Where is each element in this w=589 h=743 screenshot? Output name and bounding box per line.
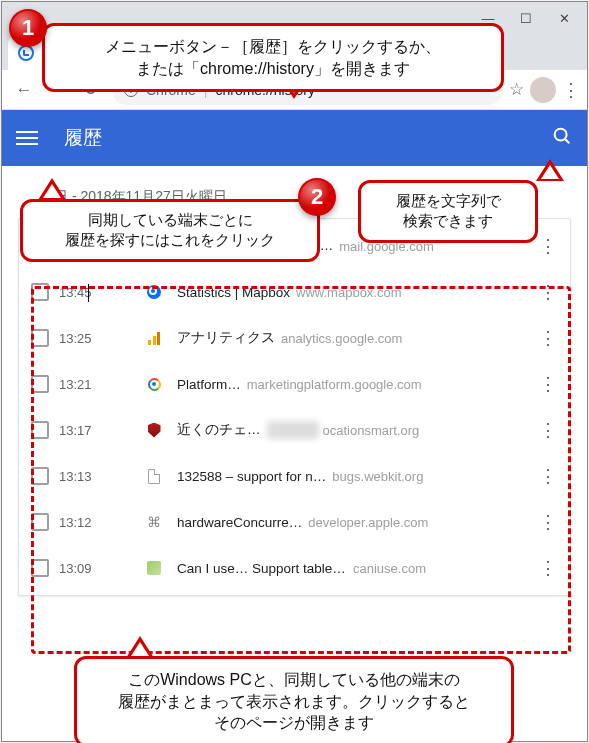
row-time: 13:45 bbox=[59, 285, 111, 300]
history-row[interactable]: 13:21Platform…marketingplatform.google.c… bbox=[19, 361, 570, 407]
row-checkbox[interactable] bbox=[31, 283, 49, 301]
row-favicon-icon bbox=[145, 513, 163, 531]
row-menu-button[interactable]: ⋮ bbox=[534, 327, 562, 349]
row-time: 13:09 bbox=[59, 561, 111, 576]
history-row[interactable]: 13:09Can I use… Support tables …caniuse.… bbox=[19, 545, 570, 591]
row-time: 13:21 bbox=[59, 377, 111, 392]
row-time: 13:17 bbox=[59, 423, 111, 438]
row-menu-button[interactable]: ⋮ bbox=[534, 465, 562, 487]
row-menu-button[interactable]: ⋮ bbox=[534, 235, 562, 257]
row-favicon-icon bbox=[145, 559, 163, 577]
row-time: 13:12 bbox=[59, 515, 111, 530]
svg-point-0 bbox=[555, 129, 567, 141]
history-row[interactable]: 13:12hardwareConcurre…developer.apple.co… bbox=[19, 499, 570, 545]
row-checkbox[interactable] bbox=[31, 421, 49, 439]
svg-line-1 bbox=[565, 139, 569, 143]
row-domain: www.mapbox.com bbox=[296, 285, 401, 300]
annotation-callout-1: メニューボタン－［履歴］をクリックするか、または「chrome://histor… bbox=[42, 23, 504, 92]
row-favicon-icon bbox=[145, 467, 163, 485]
history-favicon-icon bbox=[18, 45, 34, 61]
history-list: 13:58スター付き - xxxx@…mail.google.com⋮13:45… bbox=[18, 218, 571, 596]
row-time: 13:13 bbox=[59, 469, 111, 484]
history-row[interactable]: 13:45Statistics | Mapboxwww.mapbox.com⋮ bbox=[19, 269, 570, 315]
row-domain: bugs.webkit.org bbox=[332, 469, 423, 484]
row-favicon-icon bbox=[145, 283, 163, 301]
row-menu-button[interactable]: ⋮ bbox=[534, 281, 562, 303]
row-title[interactable]: アナリティクス bbox=[177, 329, 275, 347]
annotation-tail-bottom bbox=[126, 636, 154, 658]
row-domain: analytics.google.com bbox=[281, 331, 402, 346]
history-row[interactable]: 13:13132588 – support for n…bugs.webkit.… bbox=[19, 453, 570, 499]
annotation-callout-search: 履歴を文字列で検索できます bbox=[358, 180, 538, 243]
row-domain: developer.apple.com bbox=[308, 515, 428, 530]
row-favicon-icon bbox=[145, 421, 163, 439]
row-menu-button[interactable]: ⋮ bbox=[534, 419, 562, 441]
row-menu-button[interactable]: ⋮ bbox=[534, 373, 562, 395]
annotation-badge-1: 1 bbox=[9, 9, 47, 47]
history-app-header: 履歴 bbox=[2, 110, 587, 166]
row-checkbox[interactable] bbox=[31, 375, 49, 393]
window-maximize-button[interactable]: ☐ bbox=[507, 4, 545, 32]
row-title[interactable]: 近くのチェ… bbox=[177, 421, 261, 439]
text-cursor bbox=[88, 284, 89, 302]
row-checkbox[interactable] bbox=[31, 467, 49, 485]
row-menu-button[interactable]: ⋮ bbox=[534, 511, 562, 533]
row-menu-button[interactable]: ⋮ bbox=[534, 557, 562, 579]
annotation-callout-bottom: このWindows PCと、同期している他の端末の履歴がまとまって表示されます。… bbox=[74, 656, 514, 743]
row-domain: marketingplatform.google.com bbox=[247, 377, 422, 392]
row-title[interactable]: Can I use… Support tables … bbox=[177, 561, 347, 576]
chrome-menu-button[interactable]: ⋮ bbox=[562, 79, 579, 101]
annotation-badge-2: 2 bbox=[298, 178, 336, 216]
annotation-callout-sync: 同期している端末ごとに履歴を探すにはこれをクリック bbox=[20, 199, 320, 262]
bookmark-star-icon[interactable]: ☆ bbox=[509, 79, 524, 100]
row-title[interactable]: 132588 – support for n… bbox=[177, 469, 326, 484]
history-search-button[interactable] bbox=[551, 125, 573, 151]
row-checkbox[interactable] bbox=[31, 513, 49, 531]
row-title[interactable]: hardwareConcurre… bbox=[177, 515, 302, 530]
row-favicon-icon bbox=[145, 375, 163, 393]
drawer-menu-button[interactable] bbox=[16, 131, 38, 145]
history-app-title: 履歴 bbox=[64, 125, 102, 151]
row-time: 13:25 bbox=[59, 331, 111, 346]
row-domain: caniuse.com bbox=[353, 561, 426, 576]
annotation-tail-search bbox=[536, 159, 564, 181]
profile-avatar[interactable] bbox=[530, 77, 556, 103]
row-title[interactable]: Platform… bbox=[177, 377, 241, 392]
window-close-button[interactable]: ✕ bbox=[545, 4, 583, 32]
history-row[interactable]: 13:25アナリティクスanalytics.google.com⋮ bbox=[19, 315, 570, 361]
row-checkbox[interactable] bbox=[31, 329, 49, 347]
row-title[interactable]: Statistics | Mapbox bbox=[177, 285, 290, 300]
row-domain: xxxxocationsmart.org bbox=[267, 421, 420, 439]
nav-back-button[interactable]: ← bbox=[10, 76, 38, 104]
row-checkbox[interactable] bbox=[31, 559, 49, 577]
annotation-tail-sync bbox=[38, 178, 66, 200]
row-favicon-icon bbox=[145, 329, 163, 347]
history-row[interactable]: 13:17近くのチェ…xxxxocationsmart.org⋮ bbox=[19, 407, 570, 453]
